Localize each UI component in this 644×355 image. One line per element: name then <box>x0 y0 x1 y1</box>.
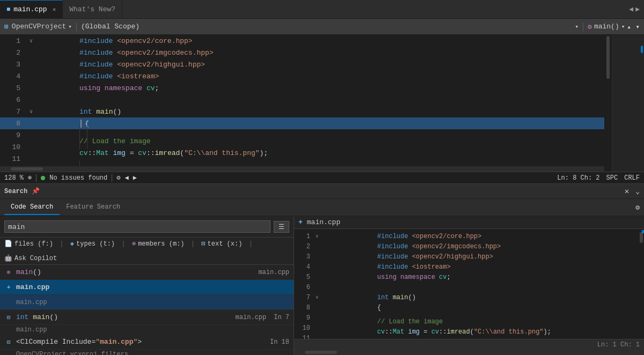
function-dropdown-arrow[interactable]: ▾ <box>621 23 625 30</box>
search-panel-expand[interactable]: ⌄ <box>635 187 640 196</box>
tab-bar: ■ main.cpp ✕ What's New? ◀ ▶ <box>0 0 644 19</box>
search-panel-close[interactable]: ✕ <box>625 187 629 196</box>
filter-copilot[interactable]: 🤖 Ask Copilot <box>4 254 57 262</box>
tab-whats-new[interactable]: What's New? <box>63 0 122 18</box>
filter-sep-4: | <box>248 240 253 248</box>
editor-minimap <box>612 35 644 172</box>
filter-types-label: types (t:) <box>76 240 115 248</box>
result-item-3[interactable]: ⊡ <ClCompile Include="main.cpp"> In 18 <box>0 335 294 350</box>
status-sep2 <box>112 174 112 182</box>
zoom-level: 128 % <box>4 174 24 182</box>
tab-main-cpp[interactable]: ■ main.cpp ✕ <box>0 0 63 18</box>
scope-dropdown-arrow[interactable]: ▾ <box>575 23 579 30</box>
tab-right-arrow[interactable]: ▶ <box>635 5 640 13</box>
vcs-icon: ⚙ <box>116 174 120 182</box>
result-line-2: In 7 <box>274 314 289 321</box>
tab-code-search[interactable]: Code Search <box>4 200 60 215</box>
line-num-7: 7 <box>0 108 27 116</box>
toolbar-right-arrow-down[interactable]: ▾ <box>635 23 640 31</box>
line-fold-1[interactable]: ∨ <box>27 38 35 44</box>
filter-files[interactable]: 📄 files (f:) <box>4 240 53 248</box>
pln-10: 10 <box>294 324 316 332</box>
line-ending: CRLF <box>624 174 640 182</box>
search-tabs: Code Search Feature Search ⚙ <box>0 199 644 216</box>
filter-sep-1: | <box>60 240 64 248</box>
result-item-2[interactable]: ⊡ int main() main.cpp In 7 <box>0 310 294 325</box>
project-name[interactable]: OpenCVProject <box>12 23 66 31</box>
result-icon-0: ⊕ <box>4 268 13 277</box>
scope-label[interactable]: (Global Scope) <box>81 23 573 31</box>
editor-vscrollbar[interactable] <box>604 35 612 172</box>
cursor-position: Ln: 8 Ch: 2 <box>557 174 599 182</box>
result-subfile-1: main.cpp <box>16 299 47 306</box>
code-line-10: 10 cv::Mat img = cv::imread("C:\\and thi… <box>0 141 604 153</box>
pln-1: 1 <box>294 233 316 240</box>
tab-left-arrow[interactable]: ◀ <box>629 5 633 13</box>
preview-position-indicator <box>642 230 644 233</box>
search-options-btn[interactable]: ☰ <box>274 221 289 233</box>
line-num-5: 5 <box>0 84 27 92</box>
filter-members-icon: ⊕ <box>132 240 136 248</box>
editor-hscroll-thumb[interactable] <box>11 167 43 171</box>
preview-hscroll-thumb[interactable] <box>305 351 337 354</box>
project-dropdown-arrow[interactable]: ▾ <box>68 23 72 30</box>
preview-vscrollbar[interactable] <box>639 229 644 339</box>
preview-status: Ln: 1 Ch: 1 <box>294 339 644 350</box>
tab-cpp-icon: ■ <box>6 6 10 13</box>
plf-7: ∨ <box>316 294 323 300</box>
toolbar-sep-1 <box>76 23 77 31</box>
tab-main-cpp-close[interactable]: ✕ <box>53 6 56 13</box>
toolbar-right-arrow-up[interactable]: ▴ <box>627 23 631 31</box>
search-left: ☰ 📄 files (f:) | ◈ types (t:) | ⊕ member… <box>0 216 294 355</box>
result-file-2: main.cpp <box>236 314 267 321</box>
line-num-4: 4 <box>0 72 27 80</box>
search-input-row: ☰ <box>0 216 294 238</box>
search-input[interactable] <box>4 220 270 233</box>
filter-text[interactable]: ⊡ text (x:) <box>201 240 242 248</box>
preview-code: 1 ∨ #include <opencv2/core.hpp> 2 #inclu… <box>294 229 639 339</box>
encoding: SPC <box>606 174 618 182</box>
search-panel: Search 📌 ✕ ⌄ Code Search Feature Search … <box>0 183 644 355</box>
status-right: Ln: 8 Ch: 2 SPC CRLF <box>553 174 644 182</box>
result-item-3-sub: OpenCVProject.vcxproj.filters <box>0 350 294 355</box>
result-item-1[interactable]: + main.cpp <box>0 280 294 295</box>
preview-file-icon: + <box>298 218 303 226</box>
preview-hscrollbar[interactable] <box>294 350 644 355</box>
function-name[interactable]: main() <box>594 23 619 31</box>
filter-files-label: files (f:) <box>14 240 53 248</box>
editor-area: 1 ∨ #include <opencv2/core.hpp> 2 #inclu… <box>0 35 644 172</box>
search-settings-icon[interactable]: ⚙ <box>635 203 640 212</box>
filter-members[interactable]: ⊕ members (m:) <box>132 240 185 248</box>
filter-types[interactable]: ◈ types (t:) <box>70 240 115 248</box>
filter-copilot-label: Ask Copilot <box>14 255 57 262</box>
editor-hscrollbar[interactable] <box>0 166 604 172</box>
pln-6: 6 <box>294 284 316 291</box>
tab-whats-new-label: What's New? <box>69 5 115 13</box>
result-icon-3: ⊡ <box>4 338 13 346</box>
filter-sep-2: | <box>121 240 126 248</box>
editor-vscroll-thumb[interactable] <box>606 36 610 79</box>
line-num-9: 9 <box>0 131 27 139</box>
result-text-1: main.cpp <box>16 283 289 291</box>
tab-bar-left: ■ main.cpp ✕ What's New? <box>0 0 122 18</box>
plf-1: ∨ <box>316 233 323 239</box>
tab-feature-search[interactable]: Feature Search <box>60 200 127 215</box>
toolbar-right: ▴ ▾ <box>627 23 640 31</box>
search-panel-pin[interactable]: 📌 <box>32 187 40 195</box>
result-text-3: <ClCompile Include="main.cpp"> <box>16 338 262 346</box>
search-content: ☰ 📄 files (f:) | ◈ types (t:) | ⊕ member… <box>0 216 644 355</box>
result-line-3: In 18 <box>270 338 289 346</box>
line-fold-7[interactable]: ∨ <box>27 108 35 115</box>
pln-7: 7 <box>294 294 316 301</box>
line-num-6: 6 <box>0 96 27 104</box>
filter-files-icon: 📄 <box>4 240 12 248</box>
cursor-arrow2: ▶ <box>133 174 137 182</box>
line-num-10: 10 <box>0 143 27 151</box>
result-item-1-sub[interactable]: main.cpp <box>0 295 294 310</box>
preview-vscroll-thumb[interactable] <box>640 232 643 243</box>
line-num-11: 11 <box>0 155 27 163</box>
code-editor[interactable]: 1 ∨ #include <opencv2/core.hpp> 2 #inclu… <box>0 35 604 172</box>
plc-5: using namespace cv; <box>323 266 639 289</box>
result-item-0[interactable]: ⊕ main() main.cpp <box>0 265 294 280</box>
toolbar: ⊞ OpenCVProject ▾ (Global Scope) ▾ ⚙ mai… <box>0 19 644 35</box>
